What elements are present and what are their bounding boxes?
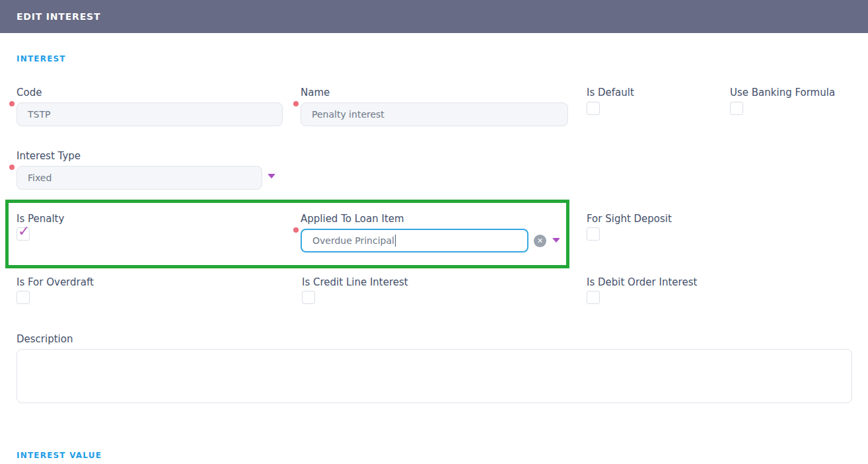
name-value: Penalty interest bbox=[312, 109, 384, 120]
text-cursor bbox=[395, 235, 396, 247]
code-required-dot bbox=[9, 101, 15, 106]
is-for-overdraft-label: Is For Overdraft bbox=[17, 276, 94, 289]
is-default-label: Is Default bbox=[587, 86, 634, 99]
checkmark-icon: ✓ bbox=[18, 223, 30, 240]
applied-to-loan-item-required-dot bbox=[293, 227, 299, 233]
name-required-dot bbox=[293, 101, 299, 106]
window-header: EDIT INTEREST bbox=[0, 0, 868, 33]
for-sight-deposit-checkbox[interactable] bbox=[587, 227, 600, 241]
is-debit-order-interest-label: Is Debit Order Interest bbox=[587, 276, 697, 289]
is-credit-line-interest-label: Is Credit Line Interest bbox=[302, 276, 408, 289]
applied-to-loan-item-input[interactable]: Overdue Principal bbox=[301, 229, 528, 252]
applied-to-loan-item-label: Applied To Loan Item bbox=[301, 212, 404, 225]
name-input[interactable]: Penalty interest bbox=[301, 102, 568, 126]
description-textarea[interactable] bbox=[17, 349, 852, 403]
interest-type-label: Interest Type bbox=[17, 149, 81, 163]
section-heading-interest: INTEREST bbox=[17, 54, 66, 63]
page-title: EDIT INTEREST bbox=[17, 11, 100, 22]
use-banking-formula-label: Use Banking Formula bbox=[730, 86, 835, 99]
is-for-overdraft-checkbox[interactable] bbox=[17, 291, 30, 304]
interest-type-value: Fixed bbox=[28, 173, 52, 183]
interest-type-required-dot bbox=[9, 165, 15, 170]
code-input[interactable]: TSTP bbox=[17, 102, 283, 126]
clear-circle-icon[interactable]: ✕ bbox=[534, 235, 546, 247]
applied-to-loan-item-chevron-down-icon[interactable] bbox=[552, 238, 560, 243]
applied-to-loan-item-value: Overdue Principal bbox=[312, 235, 394, 246]
use-banking-formula-checkbox[interactable] bbox=[730, 102, 743, 115]
is-default-checkbox[interactable] bbox=[587, 102, 600, 115]
edit-interest-form: EDIT INTEREST INTEREST Code TSTP Name Pe… bbox=[0, 0, 868, 464]
name-label: Name bbox=[301, 86, 330, 99]
is-penalty-checkbox[interactable]: ✓ bbox=[17, 227, 30, 241]
is-credit-line-interest-checkbox[interactable] bbox=[302, 291, 315, 304]
interest-type-chevron-down-icon[interactable] bbox=[268, 174, 275, 178]
for-sight-deposit-label: For Sight Deposit bbox=[587, 212, 672, 225]
code-label: Code bbox=[17, 86, 42, 99]
section-heading-interest-value: INTEREST VALUE bbox=[17, 451, 102, 460]
clear-glyph: ✕ bbox=[537, 235, 543, 247]
is-debit-order-interest-checkbox[interactable] bbox=[587, 291, 600, 304]
interest-type-select[interactable]: Fixed bbox=[17, 166, 262, 190]
description-label: Description bbox=[17, 332, 73, 346]
code-value: TSTP bbox=[28, 109, 50, 120]
